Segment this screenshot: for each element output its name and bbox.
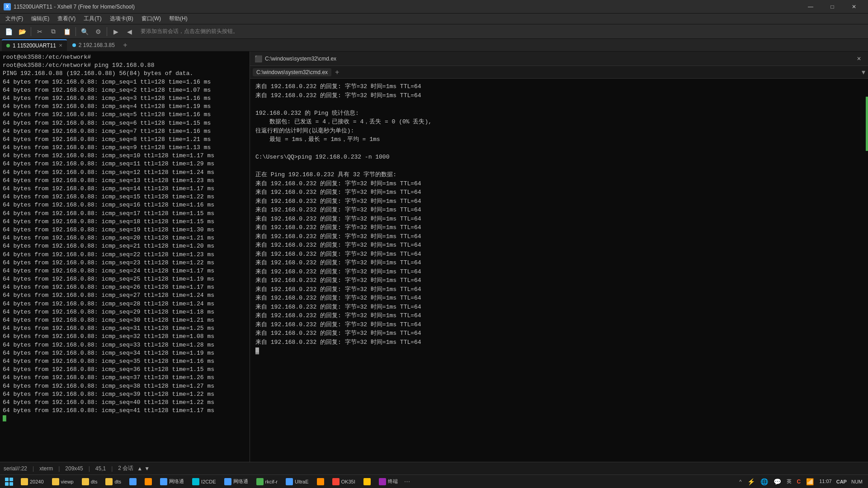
status-arrow-down[interactable]: ▼	[144, 465, 150, 472]
taskbar-item-network2[interactable]: 网络通	[221, 475, 252, 488]
toolbar-hint: 要添加当前会话，点击左侧的箭头按钮。	[141, 28, 238, 35]
status-serial: serial//:22	[4, 465, 27, 472]
taskbar-label-ultrae: UltraE	[295, 479, 309, 484]
taskbar-red-icon	[332, 478, 340, 485]
tab-bar: 1 115200UART11 ✕ 2 192.168.3.85 +	[0, 39, 868, 52]
cmd-title-text: C:\windows\system32\cmd.ex	[265, 56, 852, 62]
taskbar-item-dts1[interactable]: dts	[78, 475, 101, 488]
cmd-tab-1[interactable]: C:\windows\system32\cmd.ex	[253, 68, 331, 76]
tab-status-dot-1	[6, 44, 10, 47]
taskbar-time: 11:07	[819, 478, 832, 484]
taskbar-lang[interactable]: 英	[785, 475, 793, 488]
status-terminal: xterm	[39, 465, 53, 472]
taskbar-bluetooth[interactable]: ⚡	[745, 475, 757, 488]
taskbar-blue-icon-3	[224, 478, 231, 485]
taskbar-label-dts1: dts	[91, 479, 98, 484]
toolbar-new-session[interactable]: 📄	[3, 26, 14, 37]
taskbar-more-button[interactable]: ···	[402, 478, 412, 486]
taskbar-chevron[interactable]: ^	[737, 475, 743, 488]
taskbar-item-ok35i[interactable]: OK35I	[329, 475, 359, 488]
taskbar-tray: ^ ⚡ 🌐 💬 英 C 📶 11:07 CAP NUM	[737, 475, 866, 488]
taskbar-folder-icon-2	[52, 478, 59, 485]
cmd-tab-menu[interactable]: ▾	[862, 68, 865, 76]
menu-view[interactable]: 查看(V)	[54, 14, 79, 24]
menu-edit[interactable]: 编辑(E)	[28, 14, 53, 24]
tab-ip[interactable]: 2 192.168.3.85	[68, 39, 119, 51]
taskbar-blue-icon-4	[286, 478, 293, 485]
taskbar-wechat[interactable]: 💬	[772, 475, 783, 488]
start-button[interactable]	[2, 475, 16, 488]
taskbar-item-rkcif[interactable]: rkcif-r	[253, 475, 282, 488]
app-icon: X	[4, 3, 11, 10]
toolbar-copy[interactable]: ⧉	[47, 26, 59, 37]
toolbar-find[interactable]: 🔍	[79, 26, 90, 37]
taskbar-label-dts2: dts	[114, 479, 121, 484]
taskbar-item-terminal[interactable]: 终端	[375, 475, 401, 488]
toolbar-cut[interactable]: ✂	[34, 26, 46, 37]
taskbar-csdn[interactable]: C	[795, 475, 803, 488]
taskbar-blue-icon-1	[129, 478, 137, 485]
menu-tabs[interactable]: 选项卡(B)	[106, 14, 137, 24]
taskbar-label-20240: 20240	[30, 479, 44, 484]
tab-add-button[interactable]: +	[120, 40, 130, 50]
cmd-content[interactable]: 来自 192.168.0.232 的回复: 字节=32 时间=1ms TTL=6…	[250, 79, 868, 462]
taskbar-item-orange1[interactable]	[141, 475, 156, 488]
taskbar-folder-icon-3	[82, 478, 89, 485]
taskbar-label-viewp: viewp	[61, 479, 74, 484]
taskbar-purple-icon	[379, 478, 386, 485]
taskbar-item-blue1[interactable]	[126, 475, 140, 488]
windows-logo	[5, 478, 13, 486]
taskbar-item-network1[interactable]: 网络通	[156, 475, 188, 488]
toolbar-separator-2	[75, 27, 76, 36]
taskbar-label-network1: 网络通	[169, 478, 184, 485]
toolbar-arrow[interactable]: ◀	[123, 26, 135, 37]
toolbar-separator-1	[31, 27, 31, 36]
taskbar-item-viewp[interactable]: viewp	[48, 475, 77, 488]
taskbar-orange-icon-2	[317, 478, 324, 485]
taskbar-clock[interactable]: 11:07	[817, 478, 834, 484]
menu-file[interactable]: 文件(F)	[2, 14, 27, 24]
toolbar-paste[interactable]: 📋	[61, 26, 73, 37]
taskbar-item-dts2[interactable]: dts	[102, 475, 125, 488]
main-area: root@ok3588:/etc/network# root@ok3588:/e…	[0, 52, 868, 462]
title-bar-text: 115200UART11 - Xshell 7 (Free for Home/S…	[14, 4, 135, 10]
cap-indicator: CAP	[835, 479, 848, 484]
tab-label-2: 2 192.168.3.85	[79, 42, 115, 48]
cmd-window: ⬛ C:\windows\system32\cmd.ex ✕ C:\window…	[250, 52, 868, 462]
tab-uart11[interactable]: 1 115200UART11 ✕	[2, 39, 67, 51]
tab-status-dot-2	[72, 43, 76, 47]
right-panel: ⬛ C:\windows\system32\cmd.ex ✕ C:\window…	[250, 52, 868, 462]
taskbar-item-orange2[interactable]	[313, 475, 328, 488]
status-arrow-up[interactable]: ▲	[137, 465, 142, 472]
taskbar-wifi[interactable]: 📶	[804, 475, 816, 488]
menu-tools[interactable]: 工具(T)	[80, 14, 105, 24]
left-terminal[interactable]: root@ok3588:/etc/network# root@ok3588:/e…	[0, 52, 250, 462]
close-button[interactable]: ✕	[844, 0, 864, 14]
cmd-tab-add[interactable]: +	[333, 68, 341, 76]
status-bar: serial//:22 | xterm | 209x45 | 45,1 | 2 …	[0, 462, 868, 474]
taskbar-item-20240[interactable]: 20240	[17, 475, 47, 488]
toolbar: 📄 📂 ✂ ⧉ 📋 🔍 ⚙ ▶ ◀ 要添加当前会话，点击左侧的箭头按钮。	[0, 24, 868, 39]
taskbar-item-yellow[interactable]	[360, 475, 374, 488]
taskbar-item-ultrae[interactable]: UltraE	[282, 475, 312, 488]
cmd-close-button[interactable]: ✕	[854, 54, 863, 63]
toolbar-open[interactable]: 📂	[16, 26, 28, 37]
toolbar-settings[interactable]: ⚙	[92, 26, 104, 37]
taskbar-folder-icon-1	[21, 478, 28, 485]
num-indicator: NUM	[849, 475, 864, 488]
status-dimensions: 209x45	[65, 465, 83, 472]
menu-help[interactable]: 帮助(H)	[165, 14, 191, 24]
menu-window[interactable]: 窗口(W)	[138, 14, 165, 24]
tab-label-1: 1 115200UART11	[13, 42, 56, 49]
maximize-button[interactable]: □	[822, 0, 843, 14]
taskbar-orange-icon-1	[145, 478, 152, 485]
taskbar-item-i2cde[interactable]: I2CDE	[189, 475, 219, 488]
cmd-tab-bar: C:\windows\system32\cmd.ex + ▾	[250, 66, 868, 79]
taskbar-network-icon[interactable]: 🌐	[759, 475, 770, 488]
title-bar-left: X 115200UART11 - Xshell 7 (Free for Home…	[4, 3, 135, 10]
minimize-button[interactable]: —	[800, 0, 821, 14]
cmd-title-bar: ⬛ C:\windows\system32\cmd.ex ✕	[250, 52, 868, 66]
tab-close-1[interactable]: ✕	[59, 43, 62, 48]
toolbar-connect[interactable]: ▶	[110, 26, 122, 37]
taskbar: 20240 viewp dts dts 网络通 I2CDE 网络通 rkcif-…	[0, 474, 868, 488]
